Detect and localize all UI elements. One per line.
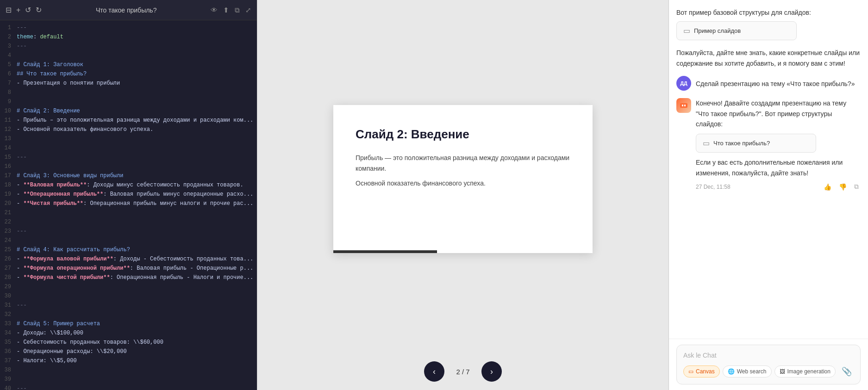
attach-button[interactable]: 📎 (840, 365, 854, 378)
code-line: 9 (0, 98, 257, 107)
code-line: 33# Слайд 5: Пример расчета (0, 320, 257, 329)
line-number: 4 (0, 52, 17, 61)
code-editor[interactable]: 1---2theme: default3---45# Слайд 1: Заго… (0, 20, 257, 390)
code-line: 25# Слайд 4: Как рассчитать прибыль? (0, 246, 257, 255)
line-content (17, 237, 257, 246)
chat-input-box: ▭Canvas🌐Web search🖼Image generation📎 (676, 345, 861, 384)
line-content: - **Чистая прибыль**: Операционная прибы… (17, 200, 257, 209)
line-number: 36 (0, 348, 17, 357)
code-line: 35- Себестоимость проданных товаров: \\$… (0, 339, 257, 348)
line-content: - **Формула валовой прибыли**: Доходы - … (17, 256, 257, 264)
redo-icon[interactable]: ↻ (36, 6, 42, 14)
chat-input[interactable] (683, 351, 854, 360)
line-content: --- (17, 385, 257, 390)
line-number: 23 (0, 228, 17, 236)
code-line: 26- **Формула валовой прибыли**: Доходы … (0, 255, 257, 265)
line-number: 32 (0, 311, 17, 320)
line-number: 10 (0, 108, 17, 116)
tool-label: Web search (737, 368, 767, 375)
file-card-name: Пример слайдов (694, 27, 741, 34)
file-card-result[interactable]: ▭ Что такое прибыль? (696, 134, 816, 153)
code-line: 30 (0, 292, 257, 302)
code-line: 17# Слайд 3: Основные виды прибыли (0, 172, 257, 181)
code-line: 8 (0, 89, 257, 98)
sidebar-toggle-icon[interactable]: ⊟ (6, 6, 12, 14)
code-line: 16 (0, 163, 257, 172)
line-content: - **Валовая прибыль**: Доходы минус себе… (17, 182, 257, 190)
bot-message-text-before: Конечно! Давайте создадим презентацию на… (696, 98, 861, 129)
line-content: --- (17, 25, 257, 33)
message-text: Вот пример базовой структуры для слайдов… (676, 7, 861, 18)
line-content (17, 311, 257, 320)
copy-icon[interactable]: ⧉ (235, 6, 240, 14)
code-line: 14 (0, 144, 257, 154)
eye-slash-icon[interactable]: 👁 (211, 6, 218, 14)
message-actions: 👍 👎 ⧉ (822, 182, 861, 192)
tool-icon: ▭ (688, 368, 693, 375)
line-number: 17 (0, 173, 17, 181)
tool-button-image-generation[interactable]: 🖼Image generation (774, 365, 836, 378)
code-line: 5# Слайд 1: Заголовок (0, 61, 257, 70)
line-number: 33 (0, 321, 17, 329)
tool-button-canvas[interactable]: ▭Canvas (683, 365, 720, 378)
bot-message-content: Конечно! Давайте создадим презентацию на… (696, 98, 861, 192)
line-number: 27 (0, 265, 17, 273)
file-card[interactable]: ▭ Пример слайдов (676, 21, 797, 40)
line-number: 1 (0, 25, 17, 33)
code-line: 38 (0, 366, 257, 376)
line-content: --- (17, 43, 257, 51)
chat-input-tools: ▭Canvas🌐Web search🖼Image generation📎 (683, 365, 854, 378)
line-content: - Себестоимость проданных товаров: \\$60… (17, 339, 257, 347)
line-number: 2 (0, 34, 17, 42)
code-line: 21 (0, 209, 257, 218)
code-line: 18- **Валовая прибыль**: Доходы минус се… (0, 181, 257, 191)
file-icon: ▭ (683, 26, 690, 35)
file-card-name: Что такое прибыль? (713, 140, 770, 147)
svg-rect-0 (680, 103, 687, 108)
copy-message-button[interactable]: ⧉ (852, 182, 861, 192)
next-slide-button[interactable]: › (481, 361, 502, 382)
share-icon[interactable]: ⬆ (223, 6, 229, 14)
avatar: ДД (676, 76, 691, 91)
bot-avatar (676, 98, 691, 113)
message-bot: Конечно! Давайте создадим презентацию на… (676, 98, 861, 192)
code-line: 39 (0, 376, 257, 385)
editor-toolbar: ⊟ + ↺ ↻ Что такое прибыль? 👁 ⬆ ⧉ ⤢ (0, 0, 257, 20)
line-number: 5 (0, 62, 17, 70)
line-number: 35 (0, 339, 17, 347)
code-line: 15--- (0, 154, 257, 163)
thumbs-down-button[interactable]: 👎 (837, 182, 849, 192)
line-content (17, 163, 257, 172)
thumbs-up-button[interactable]: 👍 (822, 182, 833, 192)
undo-icon[interactable]: ↺ (25, 6, 31, 14)
message-assistant-intro: Вот пример базовой структуры для слайдов… (676, 7, 861, 40)
line-content: # Слайд 5: Пример расчета (17, 321, 257, 329)
code-line: 27- **Формула операционной прибыли**: Ва… (0, 265, 257, 274)
code-line: 28- **Формула чистой прибыли**: Операцио… (0, 274, 257, 283)
tool-label: Canvas (696, 368, 715, 375)
line-number: 15 (0, 154, 17, 162)
tool-icon: 🖼 (780, 368, 785, 375)
line-number: 29 (0, 284, 17, 292)
tool-button-web-search[interactable]: 🌐Web search (723, 365, 772, 378)
line-number: 11 (0, 117, 17, 125)
slide-body-item: Прибыль — это положительная разница межд… (356, 153, 570, 175)
line-number: 13 (0, 136, 17, 144)
line-number: 6 (0, 71, 17, 79)
code-line: 31--- (0, 302, 257, 311)
code-line: 2theme: default (0, 33, 257, 43)
add-icon[interactable]: + (16, 6, 20, 14)
tool-label: Image generation (787, 368, 831, 375)
line-number: 20 (0, 200, 17, 209)
code-line: 7- Презентация о понятии прибыли (0, 80, 257, 89)
line-content: ## Что такое прибыль? (17, 71, 257, 79)
line-number: 39 (0, 376, 17, 384)
message-text: Пожалуйста, дайте мне знать, какие конкр… (676, 48, 861, 68)
prev-slide-button[interactable]: ‹ (424, 361, 444, 382)
code-line: 12- Основной показатель финансового успе… (0, 126, 257, 135)
line-content (17, 145, 257, 153)
expand-icon[interactable]: ⤢ (245, 6, 251, 14)
line-content (17, 376, 257, 384)
svg-rect-1 (682, 105, 683, 106)
code-line: 6## Что такое прибыль? (0, 70, 257, 80)
